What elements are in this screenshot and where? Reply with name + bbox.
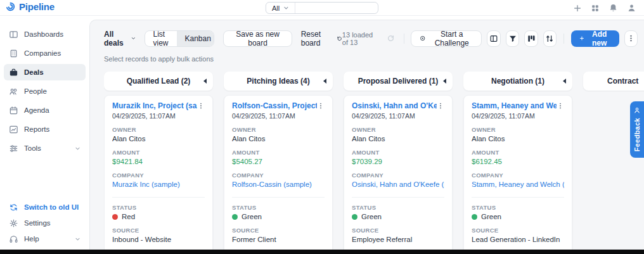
sidebar: Dashboards Companies Deals People Agenda… [0, 16, 89, 250]
reset-board-button[interactable]: Reset board [301, 30, 342, 48]
sidebar-item-companies[interactable]: Companies [4, 45, 86, 61]
column-header: Proposal Delivered (1) [344, 72, 453, 91]
window-bottom-edge [0, 250, 644, 254]
field-label-amount: AMOUNT [352, 149, 444, 156]
button-label: Start a Challenge [430, 30, 473, 48]
card-menu-icon[interactable] [437, 102, 444, 110]
search-scope-dropdown[interactable]: All [266, 3, 295, 13]
field-label-company: COMPANY [112, 172, 205, 179]
sidebar-item-deals[interactable]: Deals [4, 64, 86, 80]
card-menu-icon[interactable] [557, 102, 564, 110]
status-dot [472, 214, 477, 220]
field-label-amount: AMOUNT [112, 149, 205, 156]
deal-title-link[interactable]: Osinski, Hahn and O'Keefe, ... [352, 101, 437, 110]
chevron-down-icon [75, 236, 80, 242]
sidebar-item-reports[interactable]: Reports [4, 121, 86, 137]
card-menu-icon[interactable] [197, 102, 205, 110]
add-new-button[interactable]: Add new [571, 30, 619, 47]
companies-icon [9, 49, 18, 58]
field-label-owner: OWNER [112, 126, 205, 133]
deal-owner: Alan Citos [352, 135, 444, 143]
view-switcher: List view Kanban [145, 30, 215, 47]
kanban-bars-icon [527, 34, 536, 43]
deal-amount: $5405.27 [232, 158, 325, 165]
deal-title-link[interactable]: Stamm, Heaney and Welch, ... [472, 101, 557, 110]
sidebar-item-settings[interactable]: Settings [4, 215, 86, 231]
apps-grid-icon[interactable] [591, 4, 600, 13]
field-label-company: COMPANY [472, 172, 564, 179]
collapse-column-icon[interactable] [203, 79, 207, 84]
deal-title-link[interactable]: Murazik Inc, Project (sam... [112, 101, 197, 110]
field-label-status: STATUS [112, 204, 205, 211]
reset-undo-icon [337, 35, 342, 42]
field-label-source: SOURCE [472, 227, 564, 234]
app-logo[interactable]: Pipeline [5, 1, 55, 12]
collapse-column-icon[interactable] [443, 79, 446, 84]
deal-owner: Alan Citos [112, 135, 205, 143]
topbar-actions [573, 0, 636, 16]
deal-card[interactable]: Stamm, Heaney and Welch, ... 04/29/2025,… [463, 95, 572, 250]
start-challenge-button[interactable]: Start a Challenge [411, 30, 482, 47]
tab-list-view[interactable]: List view [145, 31, 177, 46]
bell-icon[interactable] [609, 3, 618, 13]
deal-company-link[interactable]: Osinski, Hahn and O'Keefe (sample) [352, 181, 444, 188]
sidebar-item-label: Agenda [24, 106, 49, 114]
collapse-column-icon[interactable] [323, 79, 326, 84]
kanban-column-contract: Contract [583, 72, 644, 250]
sidebar-item-dashboards[interactable]: Dashboards [4, 26, 86, 42]
filter-button[interactable] [506, 30, 519, 47]
sort-arrows-icon [545, 34, 554, 43]
kebab-menu-icon [627, 34, 635, 42]
status-dot [352, 214, 357, 220]
button-label: Reset board [301, 30, 333, 48]
agenda-calendar-icon [9, 106, 18, 115]
reports-chart-icon [9, 125, 18, 134]
board-selector-dropdown[interactable]: All deals [104, 30, 136, 48]
collapse-column-icon[interactable] [563, 79, 566, 84]
feedback-label: Feedback [633, 118, 641, 151]
button-label: Save as new board [232, 30, 283, 48]
sidebar-item-agenda[interactable]: Agenda [4, 102, 86, 118]
column-title: Negotiation (1) [491, 77, 544, 86]
sidebar-item-tools[interactable]: Tools [4, 140, 86, 156]
feedback-tab[interactable]: Feedback [630, 101, 644, 158]
board-columns-button[interactable] [487, 30, 500, 47]
quick-add-icon[interactable] [573, 4, 582, 13]
bullseye-icon [420, 34, 425, 42]
deal-company-link[interactable]: Murazik Inc (sample) [112, 181, 205, 188]
status-dot [112, 214, 118, 220]
deal-card[interactable]: Osinski, Hahn and O'Keefe, ... 04/29/202… [344, 95, 453, 250]
sidebar-item-people[interactable]: People [4, 83, 86, 99]
sidebar-item-help[interactable]: Help [4, 231, 86, 246]
chevron-down-icon [131, 35, 136, 41]
deal-date: 04/29/2025, 11:07AM [472, 112, 564, 120]
deal-company-link[interactable]: Rolfson-Cassin (sample) [232, 181, 325, 188]
field-label-owner: OWNER [472, 126, 564, 133]
deal-date: 04/29/2025, 11:07AM [112, 112, 205, 120]
field-label-owner: OWNER [232, 126, 325, 133]
tab-kanban-view[interactable]: Kanban [177, 31, 215, 46]
deal-company-link[interactable]: Stamm, Heaney and Welch (sample) [472, 181, 564, 188]
help-headset-icon [9, 234, 18, 244]
search-input[interactable] [295, 3, 378, 13]
switch-to-old-ui-link[interactable]: Switch to old UI [4, 200, 86, 215]
user-avatar-icon[interactable] [627, 3, 636, 13]
field-label-owner: OWNER [352, 126, 444, 133]
deal-source: Inbound - Website [112, 236, 205, 243]
deal-card[interactable]: Rolfson-Cassin, Project (sa... 04/29/202… [224, 95, 333, 250]
card-menu-icon[interactable] [317, 102, 325, 110]
deals-briefcase-icon [9, 68, 18, 77]
save-as-new-board-button[interactable]: Save as new board [223, 30, 292, 47]
kanban-board: Qualified Lead (2) Murazik Inc, Project … [104, 72, 644, 250]
sort-button[interactable] [543, 30, 557, 47]
kanban-column-pitching-ideas: Pitching Ideas (4) Rolfson-Cassin, Proje… [224, 72, 333, 250]
deal-title-link[interactable]: Rolfson-Cassin, Project (sa... [232, 101, 317, 110]
column-title: Proposal Delivered (1) [358, 77, 439, 86]
more-options-button[interactable] [624, 30, 638, 47]
status-dot [232, 214, 238, 220]
refresh-icon[interactable] [384, 31, 396, 46]
deal-owner: Alan Citos [472, 135, 564, 143]
kanban-settings-button[interactable] [524, 30, 538, 47]
deal-status: Red [122, 213, 135, 220]
deal-card[interactable]: Murazik Inc, Project (sam... 04/29/2025,… [104, 95, 213, 250]
